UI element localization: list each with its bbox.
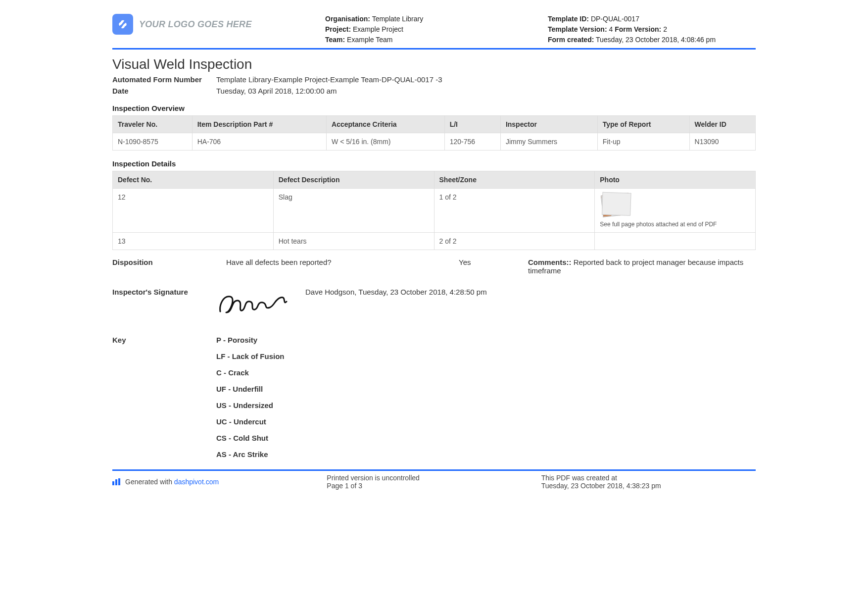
details-cell: 12 [113,189,274,233]
overview-col-header: Type of Report [597,116,689,133]
key-label: Key [112,336,216,344]
template-version-label: Template Version: [548,25,607,33]
key-item: CS - Cold Shut [216,434,756,442]
form-number-value: Template Library-Example Project-Example… [216,75,756,84]
key-item: US - Undersized [216,401,756,409]
form-version-value: 2 [663,25,667,33]
key-item: UC - Undercut [216,417,756,426]
pdf-created-label: This PDF was created at [541,474,756,482]
overview-col-header: Traveler No. [113,116,193,133]
key-item: UF - Underfill [216,385,756,393]
details-col-header: Defect Description [273,171,434,189]
overview-cell: Jimmy Summers [500,133,597,151]
logo-placeholder-text: YOUR LOGO GOES HERE [139,19,252,30]
photo-cell: See full page photos attached at end of … [595,189,756,233]
details-cell: 13 [113,233,274,250]
project-label: Project: [325,25,351,33]
brand-icon [112,14,133,35]
signature-row: Inspector's Signature Dave Hodgson, Tues… [112,288,756,318]
signature-label: Inspector's Signature [112,288,216,296]
overview-cell: N13090 [689,133,755,151]
key-item: C - Crack [216,368,756,377]
team-label: Team: [325,36,345,44]
form-created-label: Form created: [548,36,594,44]
overview-cell: N-1090-8575 [113,133,193,151]
template-id-value: DP-QUAL-0017 [591,15,639,23]
signature-meta: Dave Hodgson, Tuesday, 23 October 2018, … [305,288,756,296]
disposition-answer: Yes [459,258,518,266]
document-footer: Generated with dashpivot.com Printed ver… [112,469,756,490]
overview-col-header: L/I [444,116,500,133]
overview-col-header: Welder ID [689,116,755,133]
template-version-value: 4 [609,25,613,33]
overview-col-header: Item Description Part # [192,116,326,133]
details-cell: 2 of 2 [434,233,595,250]
logo-block: YOUR LOGO GOES HERE [112,14,310,35]
key-item: LF - Lack of Fusion [216,352,756,360]
header-meta-center: Organisation: Template Library Project: … [325,14,533,45]
key-list: P - PorosityLF - Lack of FusionC - Crack… [216,336,756,466]
table-row: 12Slag1 of 2See full page photos attache… [113,189,756,233]
date-value: Tuesday, 03 April 2018, 12:00:00 am [216,87,756,95]
key-item: AS - Arc Strike [216,450,756,459]
dashpivot-link[interactable]: dashpivot.com [174,478,219,486]
overview-col-header: Inspector [500,116,597,133]
team-value: Example Team [347,36,392,44]
overview-cell: Fit-up [597,133,689,151]
document-header: YOUR LOGO GOES HERE Organisation: Templa… [112,14,756,50]
date-label: Date [112,87,216,95]
details-cell: Hot tears [273,233,434,250]
overview-cell: W < 5/16 in. (8mm) [327,133,445,151]
form-number-label: Automated Form Number [112,75,216,84]
uncontrolled-note: Printed version is uncontrolled [327,474,541,482]
generated-with-text: Generated with dashpivot.com [125,478,219,486]
pdf-created-value: Tuesday, 23 October 2018, 4:38:23 pm [541,482,756,490]
template-id-label: Template ID: [548,15,589,23]
organisation-value: Template Library [372,15,424,23]
photo-note: See full page photos attached at end of … [600,221,750,228]
inspection-overview-heading: Inspection Overview [112,104,756,112]
overview-cell: 120-756 [444,133,500,151]
key-item: P - Porosity [216,336,756,344]
key-row: Key P - PorosityLF - Lack of FusionC - C… [112,336,756,466]
details-col-header: Photo [595,171,756,189]
comments-label: Comments:: [528,258,572,266]
disposition-label: Disposition [112,258,216,266]
details-cell: 1 of 2 [434,189,595,233]
disposition-row: Disposition Have all defects been report… [112,258,756,275]
organisation-label: Organisation: [325,15,370,23]
details-col-header: Defect No. [113,171,274,189]
disposition-comments: Comments:: Reported back to project mana… [528,258,756,275]
dashpivot-icon [112,478,121,485]
overview-col-header: Acceptance Criteria [327,116,445,133]
details-cell: Slag [273,189,434,233]
inspection-details-heading: Inspection Details [112,159,756,168]
project-value: Example Project [353,25,403,33]
details-col-header: Sheet/Zone [434,171,595,189]
page-title: Visual Weld Inspection [112,56,756,72]
signature-image [216,288,305,318]
inspection-overview-table: Traveler No.Item Description Part #Accep… [112,115,756,151]
disposition-question: Have all defects been reported? [226,258,449,266]
header-meta-right: Template ID: DP-QUAL-0017 Template Versi… [548,14,756,45]
form-version-label: Form Version: [615,25,661,33]
table-row: 13Hot tears2 of 2 [113,233,756,250]
overview-cell: HA-706 [192,133,326,151]
inspection-details-table: Defect No.Defect DescriptionSheet/ZonePh… [112,171,756,250]
form-created-value: Tuesday, 23 October 2018, 4:08:46 pm [596,36,716,44]
page-number: Page 1 of 3 [327,482,541,490]
photo-cell [595,233,756,250]
photo-thumbnail-icon [601,193,630,217]
